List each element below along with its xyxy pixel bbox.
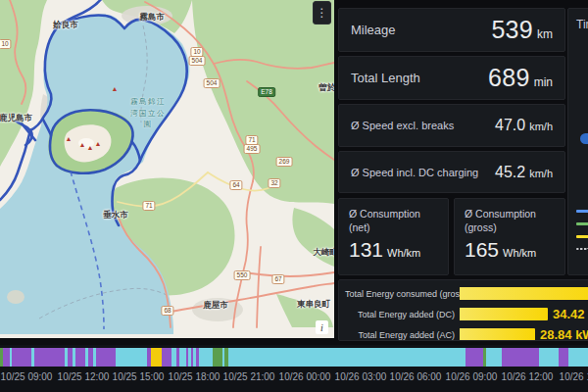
timeline-tick-label: 10/26 06:00 [390, 371, 442, 382]
panel-mileage: Mileage 539 km [338, 8, 565, 52]
timeline-segment [151, 348, 162, 367]
timeline-segment [12, 348, 31, 367]
energy-bar-label: Total Energy added (DC) [345, 310, 460, 319]
consumption-gross-unit: Wh/km [503, 247, 536, 259]
energy-bar-area: 34.42 kWh [460, 308, 588, 320]
timeline-segment [502, 348, 539, 367]
speed-excl-unit: km/h [529, 121, 553, 132]
total-length-label: Total Length [351, 71, 420, 85]
info-icon: i [320, 322, 323, 333]
total-length-number: 689 [488, 64, 530, 92]
map-panel[interactable]: 姶良市霧島市鹿児島市垂水市鹿屋市大崎町東串良町曽於市霧島錦江 湾国立公 園101… [0, 0, 334, 338]
state-timeline-bar[interactable] [0, 348, 588, 367]
energy-bar-area [460, 287, 588, 300]
legend-swatch [576, 235, 588, 238]
timeline-tick-label: 10/25 21:00 [223, 371, 275, 382]
legend-swatch [576, 248, 588, 250]
panel-speed-incl-charging: Ø Speed incl. DC charging 45.2 km/h [338, 151, 565, 193]
timeline-segment [213, 348, 222, 367]
energy-bar-area: 28.84 kWh [460, 328, 588, 341]
timeline-segment [162, 348, 172, 367]
energy-bar-label: Total Energy added (AC) [345, 330, 460, 340]
timeline-tick-label: 10/25 15:00 [113, 371, 165, 382]
map-attribution-button[interactable]: i [316, 320, 328, 334]
timeline-tick-label: 10/26 03:00 [335, 371, 387, 382]
speed-excl-value: 47.0 km/h [495, 117, 553, 134]
timeline-axis: 10/25 09:0010/25 12:0010/25 15:0010/25 1… [0, 371, 588, 385]
timeline-segment [228, 348, 466, 367]
chart-fragment [580, 133, 588, 144]
timeline-tick-label: 10/26 12:00 [502, 371, 554, 382]
kebab-menu-icon: ⋮ [317, 6, 328, 20]
map-canvas [0, 0, 334, 334]
panel-consumption-gross: Ø Consumption (gross) 165 Wh/km [454, 198, 565, 275]
timeline-segment [116, 348, 147, 367]
mileage-number: 539 [491, 16, 533, 44]
panel-total-length: Total Length 689 min [338, 56, 565, 100]
panel-time-cutoff: Tim [567, 8, 588, 275]
timeline-tick-label: 10/26 15:00 [560, 371, 588, 382]
energy-bar-value: 28.84 kWh [540, 327, 588, 341]
total-length-value: 689 min [488, 64, 553, 92]
panel-consumption-net: Ø Consumption (net) 131 Wh/km [338, 198, 449, 275]
speed-incl-value: 45.2 km/h [495, 164, 553, 181]
timeline-segment [199, 348, 213, 367]
speed-excl-number: 47.0 [495, 117, 525, 134]
timeline-segment [559, 348, 568, 367]
timeline-tick-label: 10/26 00:00 [279, 371, 331, 382]
map-panel-menu-button[interactable]: ⋮ [313, 1, 331, 24]
energy-bar-value: 34.42 kWh [553, 307, 588, 321]
consumption-gross-value: 165 Wh/km [465, 238, 555, 262]
energy-bar [460, 328, 535, 341]
consumption-net-label: Ø Consumption (net) [349, 208, 438, 234]
speed-incl-unit: km/h [529, 168, 553, 179]
timeline-segment [568, 348, 588, 367]
mileage-label: Mileage [351, 23, 396, 37]
mileage-value: 539 km [491, 16, 553, 44]
legend-swatch [576, 210, 588, 213]
timeline-tick-label: 10/25 12:00 [58, 371, 110, 382]
timeline-segment [466, 348, 483, 367]
energy-bar-row: Total Energy consumed (gross) [345, 285, 588, 302]
map-sea-islet [7, 290, 24, 304]
energy-bar [460, 308, 548, 320]
energy-rows: Total Energy consumed (gross)Total Energ… [345, 285, 588, 341]
timeline-tick-label: 10/25 09:00 [1, 371, 53, 382]
consumption-net-number: 131 [349, 238, 383, 262]
speed-incl-label: Ø Speed incl. DC charging [351, 167, 478, 178]
timeline-tick-label: 10/25 18:00 [169, 371, 220, 382]
chart-legend [576, 210, 588, 260]
energy-bar [460, 287, 588, 300]
consumption-net-value: 131 Wh/km [349, 238, 438, 262]
panel-speed-excl-breaks: Ø Speed excl. breaks 47.0 km/h [338, 104, 565, 147]
timeline-segment [3, 348, 10, 367]
timeline-segment [96, 348, 116, 367]
timeline-segment [179, 348, 186, 367]
speed-excl-label: Ø Speed excl. breaks [351, 120, 454, 131]
timeline-segment [539, 348, 559, 367]
timeline-tick-label: 10/26 09:00 [446, 371, 498, 382]
timeline-segment [75, 348, 85, 367]
panel-state-timeline: 10/25 09:0010/25 12:0010/25 15:0010/25 1… [0, 345, 588, 392]
legend-swatch [576, 222, 588, 225]
total-length-unit: min [534, 75, 553, 89]
consumption-gross-number: 165 [465, 238, 499, 262]
map-volcano-summit [78, 138, 94, 148]
consumption-gross-label: Ø Consumption (gross) [465, 208, 555, 234]
timeline-segment [486, 348, 502, 367]
panel-total-energy: Total Energy consumed (gross)Total Energ… [338, 279, 588, 341]
time-panel-title: Tim [576, 18, 588, 31]
timeline-segment [34, 348, 65, 367]
grafana-dashboard: 姶良市霧島市鹿児島市垂水市鹿屋市大崎町東串良町曽於市霧島錦江 湾国立公 園101… [0, 0, 588, 392]
consumption-net-unit: Wh/km [387, 247, 420, 259]
energy-bar-row: Total Energy added (AC)28.84 kWh [345, 326, 588, 341]
speed-incl-number: 45.2 [495, 164, 525, 181]
energy-bar-row: Total Energy added (DC)34.42 kWh [345, 306, 588, 322]
mileage-unit: km [537, 27, 553, 41]
energy-bar-label: Total Energy consumed (gross) [345, 289, 460, 299]
